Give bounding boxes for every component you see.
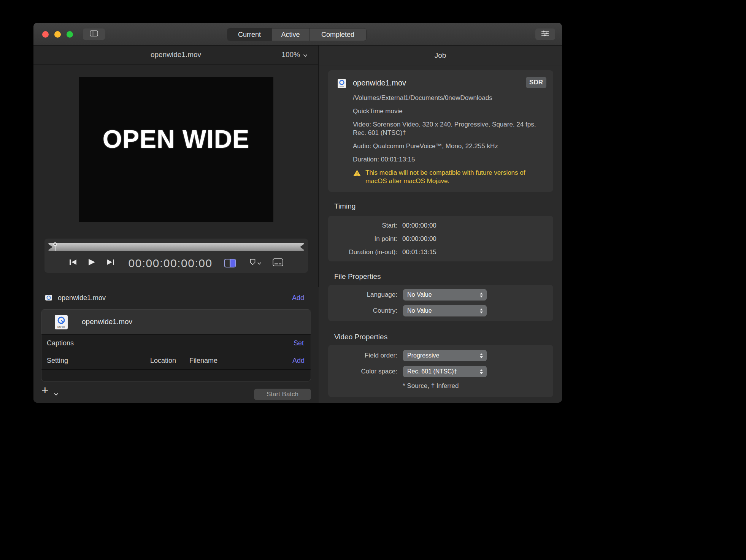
in-point-marker-icon bbox=[48, 244, 52, 250]
country-label: Country: bbox=[328, 307, 397, 315]
zoom-control[interactable]: 100% bbox=[281, 51, 308, 59]
toggle-inspector-button[interactable] bbox=[535, 28, 555, 40]
add-job-button[interactable]: + bbox=[41, 384, 49, 396]
stepper-icon bbox=[477, 305, 486, 316]
play-button[interactable] bbox=[85, 256, 98, 270]
color-space-label: Color space: bbox=[328, 368, 397, 375]
add-setting-link[interactable]: Add bbox=[292, 357, 305, 365]
setting-column-label: Setting bbox=[47, 357, 68, 365]
minimize-window-button[interactable] bbox=[54, 31, 61, 38]
svg-text:MOV: MOV bbox=[57, 325, 65, 329]
stepper-icon bbox=[477, 366, 486, 377]
batch-area: openwide1.mov Add MOV openwide1.mov bbox=[33, 287, 319, 403]
warning-icon bbox=[353, 169, 361, 178]
duration-label: Duration (in-out): bbox=[328, 248, 397, 256]
stepper-icon bbox=[477, 350, 486, 361]
field-order-dropdown[interactable]: Progressive bbox=[403, 350, 487, 361]
captions-icon bbox=[273, 258, 283, 268]
field-order-label: Field order: bbox=[328, 352, 397, 359]
job-card-header[interactable]: MOV openwide1.mov bbox=[41, 310, 311, 335]
language-value: No Value bbox=[403, 291, 477, 298]
timeline-scrubber[interactable] bbox=[46, 242, 306, 252]
close-window-button[interactable] bbox=[42, 31, 49, 38]
video-properties-section-title: Video Properties bbox=[334, 333, 387, 341]
batch-source-name: openwide1.mov bbox=[58, 294, 106, 302]
stepper-icon bbox=[477, 289, 486, 301]
setting-row[interactable]: Setting Location Filename Add bbox=[41, 352, 311, 370]
zoom-window-button[interactable] bbox=[67, 31, 73, 38]
marker-menu-button[interactable] bbox=[245, 256, 265, 270]
add-output-link[interactable]: Add bbox=[292, 294, 304, 302]
inspector-title: Job bbox=[319, 46, 562, 65]
video-properties-panel: Field order: Progressive Color space: Re… bbox=[328, 345, 553, 397]
sdr-badge: SDR bbox=[526, 77, 546, 88]
timing-row-duration: Duration (in-out): 00:01:13:15 bbox=[328, 245, 553, 259]
chevron-down-icon bbox=[303, 51, 308, 59]
start-batch-button[interactable]: Start Batch bbox=[254, 389, 311, 400]
skip-back-icon bbox=[69, 259, 78, 267]
out-point-marker-icon bbox=[300, 244, 304, 250]
captions-label: Captions bbox=[47, 339, 74, 347]
quicktime-file-icon bbox=[337, 79, 346, 90]
window-controls bbox=[42, 31, 73, 38]
field-order-row: Field order: Progressive bbox=[328, 350, 553, 361]
file-kind: QuickTime movie bbox=[353, 107, 548, 115]
preview-pane: openwide1.mov 100% OPEN WIDE bbox=[33, 46, 319, 403]
previous-frame-button[interactable] bbox=[67, 256, 80, 270]
duration-info: Duration: 00:01:13:15 bbox=[353, 155, 548, 164]
split-view-icon bbox=[224, 259, 236, 267]
zoom-level: 100% bbox=[281, 51, 300, 59]
titlebar: Current Active Completed bbox=[33, 23, 562, 46]
sidebar-icon bbox=[90, 30, 98, 38]
language-row: Language: No Value bbox=[328, 289, 553, 301]
inspector-header: Job bbox=[319, 46, 562, 65]
playhead[interactable] bbox=[52, 242, 58, 253]
file-properties-section-title: File Properties bbox=[334, 272, 381, 281]
file-properties-panel: Language: No Value Country: No Value bbox=[328, 285, 553, 321]
video-info: Video: Sorenson Video, 320 x 240, Progre… bbox=[353, 120, 548, 137]
tab-completed[interactable]: Completed bbox=[309, 28, 366, 41]
field-order-value: Progressive bbox=[403, 352, 477, 359]
timing-section-title: Timing bbox=[334, 202, 356, 210]
color-space-value: Rec. 601 (NTSC)† bbox=[403, 368, 477, 375]
timing-row-inpoint: In point: 00:00:00:00 bbox=[328, 232, 553, 245]
location-column-label: Location bbox=[150, 357, 176, 365]
view-segmented-control: Current Active Completed bbox=[227, 28, 367, 41]
movie-file-icon bbox=[45, 294, 52, 302]
job-card: MOV openwide1.mov Captions Set Setting L… bbox=[41, 309, 311, 381]
filename-column-label: Filename bbox=[189, 357, 217, 365]
file-name: openwide1.mov bbox=[353, 79, 406, 87]
add-job-chevron-icon[interactable] bbox=[54, 391, 58, 397]
transport-bar: 00:00:00:00:00 bbox=[44, 239, 308, 273]
marker-flag-icon bbox=[249, 259, 256, 267]
tab-active[interactable]: Active bbox=[271, 28, 309, 41]
scrubber-track[interactable] bbox=[48, 243, 304, 251]
file-info-card: openwide1.mov SDR /Volumes/External1/Doc… bbox=[328, 70, 553, 192]
set-captions-link[interactable]: Set bbox=[294, 339, 304, 347]
file-path: /Volumes/External1/Documents/0newDownloa… bbox=[353, 94, 548, 102]
audio-info: Audio: Qualcomm PureVoice™, Mono, 22.255… bbox=[353, 142, 548, 150]
country-row: Country: No Value bbox=[328, 305, 553, 316]
chevron-down-icon bbox=[257, 259, 261, 266]
duration-value: 00:01:13:15 bbox=[402, 248, 436, 256]
job-file-name: openwide1.mov bbox=[82, 318, 132, 326]
inpoint-label: In point: bbox=[328, 235, 397, 243]
tab-current[interactable]: Current bbox=[227, 28, 271, 41]
language-label: Language: bbox=[328, 291, 397, 299]
source-inferred-footnote: * Source, † Inferred bbox=[403, 382, 459, 390]
next-frame-button[interactable] bbox=[103, 256, 117, 270]
warning-text: This media will not be compatible with f… bbox=[365, 169, 543, 185]
timing-row-start: Start: 00:00:00:00 bbox=[328, 219, 553, 232]
captions-row[interactable]: Captions Set bbox=[41, 335, 311, 352]
inspector-pane: Job openwide1.mov SDR /Volumes/External1… bbox=[319, 46, 562, 403]
compare-view-button[interactable] bbox=[223, 256, 237, 270]
country-value: No Value bbox=[403, 307, 477, 314]
video-preview: OPEN WIDE bbox=[79, 77, 273, 222]
toggle-sidebar-button[interactable] bbox=[83, 28, 105, 40]
captions-overlay-button[interactable] bbox=[271, 256, 285, 270]
country-dropdown[interactable]: No Value bbox=[403, 305, 487, 316]
color-space-dropdown[interactable]: Rec. 601 (NTSC)† bbox=[403, 366, 487, 377]
sliders-icon bbox=[541, 30, 549, 38]
timing-panel: Start: 00:00:00:00 In point: 00:00:00:00… bbox=[328, 216, 553, 261]
language-dropdown[interactable]: No Value bbox=[403, 289, 487, 301]
